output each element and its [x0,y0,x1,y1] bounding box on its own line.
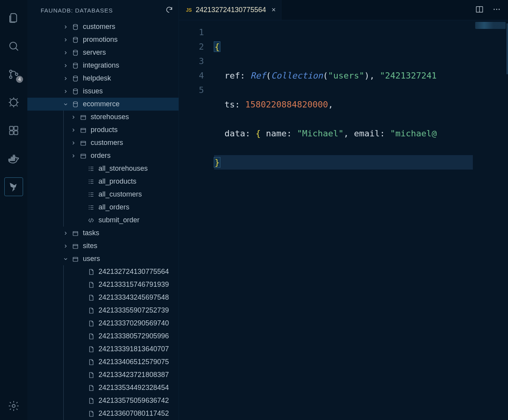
db-label: servers [83,48,106,57]
minimap[interactable] [473,20,508,420]
database-icon [71,49,80,57]
collection-label: products [91,126,118,134]
svg-point-12 [73,50,78,52]
file-icon [87,281,95,289]
editor-scrollbar[interactable] [506,23,508,74]
document-item[interactable]: 242133380572905996 [27,330,179,343]
db-item-servers[interactable]: servers [27,46,179,59]
editor-tabbar: JS 242132724130775564 × [179,0,508,20]
document-item[interactable]: 242133423721808387 [27,368,179,381]
document-item[interactable]: 242133370290569740 [27,317,179,330]
svg-rect-19 [81,141,86,145]
collection-item[interactable]: products [27,123,179,136]
fauna-icon[interactable] [4,177,23,196]
collection-item[interactable]: storehouses [27,111,179,123]
editor-tab[interactable]: JS 242132724130775564 × [179,0,281,20]
db-item-issues[interactable]: issues [27,85,179,98]
chevron-right-icon [62,49,70,57]
svg-rect-23 [73,257,78,261]
svg-rect-21 [73,231,78,236]
document-label: 242133423721808387 [98,371,169,379]
debug-icon[interactable] [4,93,23,112]
code-editor[interactable]: 1 2 3 4 5 { ref: Ref(Collection("users")… [179,20,508,420]
collection-label: sites [83,242,97,250]
document-item[interactable]: 242132724130775564 [27,265,179,278]
database-icon [71,88,80,95]
collection-item[interactable]: orders [27,149,179,162]
svg-point-27 [499,9,500,10]
db-item-ecommerce[interactable]: ecommerce [27,98,179,111]
explorer-icon[interactable] [4,9,23,27]
svg-point-13 [73,63,78,65]
document-item[interactable]: 242133575059636742 [27,394,179,407]
search-icon[interactable] [4,37,23,55]
db-label: integrations [83,61,119,70]
file-icon [87,294,95,302]
docker-icon[interactable] [4,149,23,168]
document-item[interactable]: 242133391813640707 [27,343,179,356]
svg-rect-22 [73,244,78,248]
document-item[interactable]: 242133607080117452 [27,407,179,420]
sidebar-header: FAUNADB: DATABASES [27,0,179,20]
collection-label: users [83,255,100,263]
svg-rect-6 [14,127,18,130]
index-item[interactable]: all_storehouses [27,162,179,175]
db-item-integrations[interactable]: integrations [27,59,179,72]
index-label: all_orders [98,203,129,211]
svg-point-14 [73,76,78,78]
chevron-right-icon [70,126,77,134]
collection-label: customers [91,139,123,147]
db-item-customers[interactable]: customers [27,20,179,33]
file-icon [87,345,95,353]
file-icon [87,358,95,366]
code-content[interactable]: { ref: Ref(Collection("users"), "2421327… [214,20,473,420]
index-item[interactable]: all_orders [27,201,179,214]
svg-point-1 [9,70,12,72]
chevron-right-icon [70,113,77,121]
settings-gear-icon[interactable] [4,397,23,415]
svg-point-2 [9,76,12,78]
app-root: 4 FAUNADB: DATABASES [0,0,508,420]
database-icon [71,23,80,31]
chevron-right-icon [62,229,70,237]
svg-rect-17 [81,115,86,120]
index-item[interactable]: all_products [27,175,179,188]
document-item[interactable]: 242133343245697548 [27,291,179,304]
svg-rect-5 [10,127,13,130]
function-item[interactable]: submit_order [27,214,179,227]
collection-item-users[interactable]: users [27,252,179,265]
source-control-icon[interactable]: 4 [4,65,23,84]
svg-point-16 [73,102,78,104]
db-label: issues [83,87,103,95]
refresh-icon[interactable] [165,6,173,15]
index-item[interactable]: all_customers [27,188,179,201]
function-label: submit_order [98,216,140,224]
document-label: 242133370290569740 [98,319,169,327]
function-icon [87,216,95,224]
document-label: 242132724130775564 [98,268,169,276]
database-tree: customers promotions servers integration… [27,20,179,420]
line-number: 4 [179,68,204,83]
tab-language-badge: JS [186,7,192,13]
collection-icon [79,113,88,121]
index-label: all_products [98,177,136,186]
collection-item-tasks[interactable]: tasks [27,227,179,239]
collection-item[interactable]: customers [27,136,179,149]
index-icon [87,178,95,186]
extensions-icon[interactable] [4,121,23,140]
collection-item-sites[interactable]: sites [27,239,179,252]
db-label: ecommerce [83,100,120,108]
db-item-helpdesk[interactable]: helpdesk [27,72,179,85]
chevron-down-icon [62,100,70,108]
more-icon[interactable] [492,5,501,15]
split-editor-icon[interactable] [475,5,484,15]
document-item[interactable]: 242133534492328454 [27,381,179,394]
close-icon[interactable]: × [272,6,276,14]
svg-point-4 [10,99,17,106]
collection-icon [71,229,80,237]
document-item[interactable]: 242133406512579075 [27,356,179,368]
db-item-promotions[interactable]: promotions [27,33,179,46]
document-item[interactable]: 242133315746791939 [27,278,179,291]
svg-point-3 [15,73,18,75]
document-item[interactable]: 242133355907252739 [27,304,179,317]
